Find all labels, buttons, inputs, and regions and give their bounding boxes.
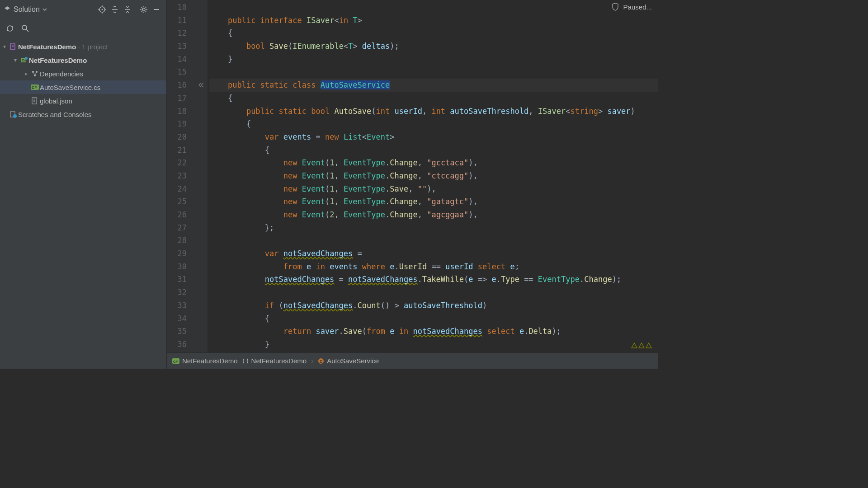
scratches-icon xyxy=(9,111,17,118)
collapse-all-icon[interactable] xyxy=(121,3,134,16)
gutter-marks xyxy=(195,0,208,352)
solution-tree: ▾ NetFeaturesDemo · 1 project ▾ C# NetFe… xyxy=(0,38,166,369)
solution-file-icon xyxy=(9,43,17,50)
svg-line-19 xyxy=(26,29,28,32)
svg-line-16 xyxy=(146,7,146,8)
svg-text:C: C xyxy=(320,359,323,364)
svg-point-31 xyxy=(13,114,17,118)
breadcrumb-class[interactable]: C AutoSaveService xyxy=(318,357,379,365)
svg-line-15 xyxy=(141,11,142,12)
code-area[interactable]: 1011121314151617181920212223242526272829… xyxy=(167,0,658,352)
line-number-gutter: 1011121314151617181920212223242526272829… xyxy=(167,0,195,352)
minimize-icon[interactable] xyxy=(150,3,163,16)
tree-file-globaljson[interactable]: global.json xyxy=(0,94,166,108)
project-name: NetFeaturesDemo xyxy=(29,56,87,64)
warning-triangle-icon xyxy=(646,343,652,349)
warning-triangle-icon xyxy=(638,343,645,349)
svg-line-13 xyxy=(141,7,142,8)
breadcrumb-project[interactable]: C# NetFeaturesDemo xyxy=(172,357,238,365)
inspection-indicators[interactable] xyxy=(631,343,652,349)
breadcrumb-separator: › xyxy=(311,357,313,365)
tree-project-node[interactable]: ▾ C# NetFeaturesDemo xyxy=(0,53,166,67)
code-lines[interactable]: public interface ISaver<in T> { bool Sav… xyxy=(208,0,658,352)
breadcrumb: C# NetFeaturesDemo NetFeaturesDemo › C A… xyxy=(167,352,658,369)
json-file-icon xyxy=(31,97,38,104)
svg-rect-29 xyxy=(32,98,37,104)
svg-text:C#: C# xyxy=(32,85,37,90)
sidebar-header: Solution xyxy=(0,0,166,19)
namespace-icon xyxy=(242,358,249,364)
tree-file-autosave[interactable]: C# AutoSaveService.cs xyxy=(0,80,166,94)
sidebar-toolbar xyxy=(0,19,166,38)
file-autosave-label: AutoSaveService.cs xyxy=(40,84,100,91)
class-icon: C xyxy=(318,358,324,364)
svg-point-23 xyxy=(25,57,28,60)
csproj-icon: C# xyxy=(20,56,28,64)
rider-icon xyxy=(4,6,11,13)
cs-file-icon: C# xyxy=(31,84,39,90)
tree-scratches-node[interactable]: Scratches and Consoles xyxy=(0,108,166,121)
shield-icon xyxy=(612,3,619,11)
solution-explorer: Solution xyxy=(0,0,167,369)
warning-triangle-icon xyxy=(631,343,637,349)
breadcrumb-namespace[interactable]: NetFeaturesDemo xyxy=(242,357,307,365)
project-count: · 1 project xyxy=(78,43,108,51)
gear-icon[interactable] xyxy=(137,3,150,16)
dependencies-label: Dependencies xyxy=(40,70,83,78)
tree-solution-node[interactable]: ▾ NetFeaturesDemo · 1 project xyxy=(0,40,166,53)
chevron-down-icon xyxy=(42,7,47,12)
svg-text:C#: C# xyxy=(173,360,178,364)
search-icon[interactable] xyxy=(19,22,32,35)
sync-icon[interactable] xyxy=(4,22,16,35)
scratches-label: Scratches and Consoles xyxy=(18,111,92,118)
solution-dropdown[interactable]: Solution xyxy=(4,5,47,14)
svg-line-14 xyxy=(146,11,146,12)
file-globaljson-label: global.json xyxy=(40,97,72,105)
target-icon[interactable] xyxy=(96,3,108,16)
svg-point-18 xyxy=(22,25,27,30)
svg-point-1 xyxy=(102,9,103,10)
debug-status: Paused... xyxy=(623,3,652,11)
editor-status-bar: Paused... xyxy=(612,3,652,11)
code-editor: Paused... 101112131415161718192021222324… xyxy=(167,0,658,369)
svg-point-8 xyxy=(142,8,145,11)
tree-dependencies-node[interactable]: ▸ Dependencies xyxy=(0,67,166,80)
expand-all-icon[interactable] xyxy=(108,3,121,16)
solution-name: NetFeaturesDemo xyxy=(18,43,76,51)
solution-title: Solution xyxy=(14,5,40,14)
csproj-icon: C# xyxy=(172,358,179,364)
dependencies-icon xyxy=(31,70,38,77)
